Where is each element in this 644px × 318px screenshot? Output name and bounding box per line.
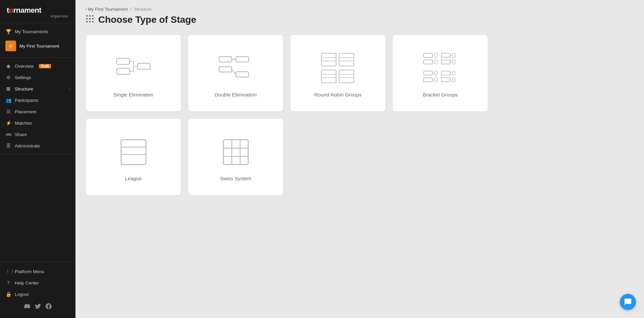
svg-rect-25 — [339, 53, 354, 66]
stage-label-round-robin: Round Robin Groups — [314, 92, 362, 98]
sidebar-item-platform-menu[interactable]: ⋮⋮ Platform Menu — [0, 266, 75, 277]
social-icons — [0, 300, 75, 314]
svg-point-3 — [86, 18, 88, 19]
sidebar-item-help-center[interactable]: ? Help Center — [0, 277, 75, 289]
svg-rect-49 — [441, 71, 450, 75]
stage-card-round-robin-groups[interactable]: Round Robin Groups — [290, 35, 386, 112]
sidebar-item-my-tournaments[interactable]: 🏆 My Tournaments — [0, 26, 75, 37]
svg-rect-51 — [452, 71, 455, 75]
svg-rect-22 — [321, 53, 336, 66]
page-title: Choose Type of Stage — [98, 14, 196, 25]
svg-rect-39 — [452, 53, 455, 57]
breadcrumb-current: Structure — [134, 7, 152, 12]
svg-rect-43 — [441, 60, 450, 64]
svg-point-8 — [92, 21, 94, 22]
svg-point-6 — [86, 21, 88, 22]
settings-icon: ⚙ — [5, 75, 11, 80]
participants-icon: 👥 — [5, 98, 11, 103]
breadcrumb-tournament[interactable]: My First Tournament — [88, 7, 127, 12]
chat-button[interactable] — [620, 294, 636, 310]
placement-icon: ☰ — [5, 109, 11, 114]
stage-type-grid: Single Elimination Double Elimination — [86, 35, 488, 195]
structure-icon: ⊞ — [5, 86, 11, 91]
stage-card-bracket-groups[interactable]: Bracket Groups — [392, 35, 488, 112]
grid-icon: ⋮⋮ — [5, 269, 11, 274]
svg-rect-52 — [424, 78, 432, 82]
administrate-icon: 🗄 — [5, 143, 11, 148]
logo: tornament organizer — [0, 0, 75, 23]
sidebar-item-share[interactable]: ⋘ Share — [0, 129, 75, 140]
stage-label-bracket-groups: Bracket Groups — [423, 92, 458, 98]
svg-rect-45 — [452, 60, 455, 64]
stage-card-league[interactable]: League — [86, 118, 181, 195]
page-title-container: Choose Type of Stage — [86, 14, 634, 25]
draft-badge: Draft — [39, 64, 51, 68]
svg-rect-54 — [435, 78, 437, 82]
my-tournaments-section: 🏆 My Tournaments ⚡ My First Tournament — [0, 23, 75, 58]
sidebar-item-settings[interactable]: ⚙ Settings — [0, 72, 75, 83]
svg-rect-34 — [424, 53, 432, 57]
svg-rect-17 — [236, 57, 249, 62]
svg-rect-48 — [435, 71, 437, 75]
stage-label-double-elimination: Double Elimination — [215, 92, 257, 98]
swiss-system-icon — [221, 135, 251, 169]
svg-rect-36 — [435, 53, 437, 57]
svg-rect-61 — [223, 140, 248, 165]
svg-rect-16 — [219, 57, 232, 62]
svg-point-4 — [89, 18, 91, 19]
svg-rect-46 — [424, 71, 432, 75]
discord-icon[interactable] — [24, 303, 30, 311]
twitter-icon[interactable] — [35, 303, 41, 311]
svg-line-21 — [232, 69, 236, 74]
sidebar-item-participants[interactable]: 👥 Participants — [0, 94, 75, 106]
svg-rect-19 — [219, 67, 232, 72]
help-icon: ? — [5, 280, 11, 285]
svg-rect-42 — [435, 60, 437, 64]
double-elimination-icon — [217, 52, 254, 85]
svg-point-5 — [92, 18, 94, 19]
sidebar-bottom: ⋮⋮ Platform Menu ? Help Center 🔒 Logout — [0, 261, 75, 318]
svg-rect-58 — [121, 140, 146, 165]
sidebar-item-overview[interactable]: ◉ Overview Draft — [0, 60, 75, 72]
stage-label-swiss-system: Swiss System — [220, 176, 251, 181]
svg-point-7 — [89, 21, 91, 22]
sidebar-item-my-first-tournament[interactable]: ⚡ My First Tournament — [0, 37, 75, 55]
svg-rect-55 — [441, 78, 450, 82]
sidebar-item-administrate[interactable]: 🗄 Administrate — [0, 140, 75, 151]
stage-card-swiss-system[interactable]: Swiss System — [188, 118, 283, 195]
logout-icon: 🔒 — [5, 292, 11, 297]
single-elimination-icon — [115, 52, 152, 85]
sidebar-item-logout[interactable]: 🔒 Logout — [0, 289, 75, 300]
svg-point-2 — [92, 15, 94, 16]
svg-rect-57 — [452, 78, 455, 82]
main-content: / My First Tournament / Structure Choose… — [75, 0, 644, 318]
trophy-icon: 🏆 — [5, 29, 11, 34]
stage-label-single-elimination: Single Elimination — [113, 92, 153, 98]
nav-section: ◉ Overview Draft ⚙ Settings ⊞ Structure … — [0, 58, 75, 154]
svg-rect-40 — [424, 60, 432, 64]
svg-rect-31 — [339, 70, 354, 83]
stage-card-single-elimination[interactable]: Single Elimination — [86, 35, 181, 112]
bracket-groups-icon — [422, 52, 459, 85]
stage-label-league: League — [125, 176, 142, 181]
svg-rect-28 — [321, 70, 336, 83]
overview-icon: ◉ — [5, 63, 11, 69]
chevron-icon: › — [69, 87, 70, 91]
svg-rect-15 — [138, 63, 150, 69]
sidebar-item-structure[interactable]: ⊞ Structure › — [0, 83, 75, 94]
svg-rect-20 — [236, 72, 249, 77]
svg-point-1 — [89, 15, 91, 16]
svg-rect-10 — [117, 68, 129, 74]
grid-dots-icon — [86, 14, 94, 25]
sidebar-item-placement[interactable]: ☰ Placement — [0, 106, 75, 117]
matches-icon: ⚡ — [5, 120, 11, 126]
stage-card-double-elimination[interactable]: Double Elimination — [188, 35, 283, 112]
facebook-icon[interactable] — [46, 303, 52, 311]
sidebar-item-matches[interactable]: ⚡ Matches — [0, 117, 75, 129]
breadcrumb: / My First Tournament / Structure — [86, 7, 634, 12]
share-icon: ⋘ — [5, 132, 11, 137]
tournament-icon: ⚡ — [5, 41, 16, 51]
svg-point-0 — [86, 15, 88, 16]
svg-rect-37 — [441, 53, 450, 57]
league-icon — [118, 135, 149, 169]
